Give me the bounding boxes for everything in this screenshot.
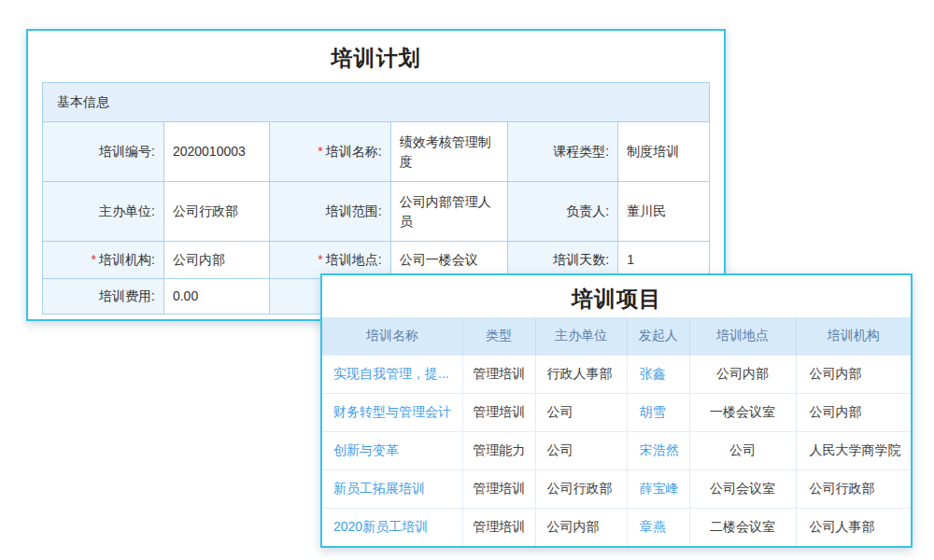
label-text: 负责人: — [566, 203, 609, 218]
host-unit-cell: 公司行政部 — [535, 469, 627, 508]
training-projects-title: 培训项目 — [322, 275, 911, 317]
host-unit-cell: 行政人事部 — [535, 355, 627, 393]
initiator-link[interactable]: 胡雪 — [627, 393, 689, 431]
organization-cell: 人民大学商学院 — [796, 431, 911, 469]
value-course-type: 制度培训 — [618, 122, 710, 182]
column-header-initiator: 发起人 — [627, 317, 689, 355]
location-cell: 公司会议室 — [689, 469, 796, 508]
table-row: 创新与变革 管理能力 公司 宋浩然 公司 人民大学商学院 — [322, 431, 911, 469]
value-training-org: 公司内部 — [163, 242, 269, 279]
value-training-fee: 0.00 — [163, 279, 269, 315]
type-cell: 管理培训 — [463, 508, 535, 546]
host-unit-cell: 公司内部 — [535, 508, 627, 546]
label-text: 培训费用: — [99, 288, 155, 303]
table-header-row: 培训名称 类型 主办单位 发起人 培训地点 培训机构 — [322, 317, 911, 355]
label-training-fee: 培训费用: — [43, 279, 164, 315]
training-name-link[interactable]: 实现自我管理，提... — [322, 355, 463, 393]
training-name-link[interactable]: 财务转型与管理会计 — [322, 393, 463, 431]
form-row-1: 培训编号: 2020010003 *培训名称: 绩效考核管理制度 课程类型: 制… — [43, 122, 710, 182]
type-cell: 管理培训 — [463, 355, 535, 393]
location-cell: 一楼会议室 — [689, 393, 796, 431]
training-name-link[interactable]: 新员工拓展培训 — [322, 469, 463, 508]
training-projects-panel: 培训项目 培训名称 类型 主办单位 发起人 培训地点 培训机构 实现自我管理，提… — [320, 273, 913, 548]
table-row: 2020新员工培训 管理培训 公司内部 章燕 二楼会议室 公司人事部 — [322, 508, 911, 546]
initiator-link[interactable]: 章燕 — [627, 508, 689, 546]
column-header-location: 培训地点 — [689, 317, 796, 355]
location-cell: 公司 — [689, 431, 796, 469]
training-projects-table: 培训名称 类型 主办单位 发起人 培训地点 培训机构 实现自我管理，提... 管… — [322, 317, 911, 546]
training-plan-title: 培训计划 — [28, 31, 724, 82]
label-text: 培训名称: — [326, 144, 382, 159]
label-training-scope: 培训范围: — [269, 182, 390, 242]
label-text: 培训机构: — [99, 252, 155, 267]
value-person-in-charge: 董川民 — [618, 182, 710, 242]
value-text: 公司内部管理人员 — [400, 192, 493, 231]
organization-cell: 公司内部 — [796, 393, 911, 431]
table-row: 实现自我管理，提... 管理培训 行政人事部 张鑫 公司内部 公司内部 — [322, 355, 911, 393]
label-text: 培训天数: — [553, 252, 609, 267]
host-unit-cell: 公司 — [535, 393, 627, 431]
label-text: 课程类型: — [553, 144, 609, 159]
training-name-link[interactable]: 创新与变革 — [322, 431, 463, 469]
column-header-type: 类型 — [463, 317, 535, 355]
section-header-basic-info: 基本信息 — [43, 83, 710, 122]
label-course-type: 课程类型: — [508, 122, 618, 182]
initiator-link[interactable]: 张鑫 — [627, 355, 689, 393]
required-asterisk: * — [318, 252, 322, 267]
initiator-link[interactable]: 薛宝峰 — [627, 469, 689, 508]
required-asterisk: * — [318, 144, 322, 159]
value-training-scope: 公司内部管理人员 — [390, 182, 508, 242]
type-cell: 管理培训 — [463, 393, 535, 431]
table-row: 新员工拓展培训 管理培训 公司行政部 薛宝峰 公司会议室 公司行政部 — [322, 469, 911, 508]
location-cell: 二楼会议室 — [689, 508, 796, 546]
initiator-link[interactable]: 宋浩然 — [627, 431, 689, 469]
column-header-organization: 培训机构 — [796, 317, 911, 355]
table-row: 财务转型与管理会计 管理培训 公司 胡雪 一楼会议室 公司内部 — [322, 393, 911, 431]
label-text: 培训范围: — [326, 203, 382, 218]
training-name-link[interactable]: 2020新员工培训 — [322, 508, 463, 546]
type-cell: 管理培训 — [463, 469, 535, 508]
label-training-org: *培训机构: — [43, 242, 164, 279]
host-unit-cell: 公司 — [535, 431, 627, 469]
organization-cell: 公司人事部 — [796, 508, 911, 546]
required-asterisk: * — [92, 252, 96, 267]
label-text: 主办单位: — [99, 203, 155, 218]
label-training-number: 培训编号: — [43, 122, 164, 182]
value-training-name: 绩效考核管理制度 — [390, 122, 508, 182]
label-training-name: *培训名称: — [269, 122, 390, 182]
label-host-unit: 主办单位: — [43, 182, 164, 242]
form-row-2: 主办单位: 公司行政部 培训范围: 公司内部管理人员 负责人: 董川民 — [43, 182, 710, 242]
label-person-in-charge: 负责人: — [508, 182, 618, 242]
location-cell: 公司内部 — [689, 355, 796, 393]
organization-cell: 公司行政部 — [796, 469, 911, 508]
form-section-row: 基本信息 — [43, 83, 710, 122]
value-training-number: 2020010003 — [163, 122, 269, 182]
column-header-training-name: 培训名称 — [322, 317, 463, 355]
label-text: 培训地点: — [326, 252, 382, 267]
organization-cell: 公司内部 — [796, 355, 911, 393]
type-cell: 管理能力 — [463, 431, 535, 469]
value-text: 绩效考核管理制度 — [400, 133, 493, 171]
value-host-unit: 公司行政部 — [163, 182, 269, 242]
page: 培训计划 基本信息 培训编号: 2020010003 *培训名称: 绩效考核管理… — [0, 0, 934, 560]
column-header-host-unit: 主办单位 — [535, 317, 627, 355]
label-text: 培训编号: — [99, 144, 155, 159]
